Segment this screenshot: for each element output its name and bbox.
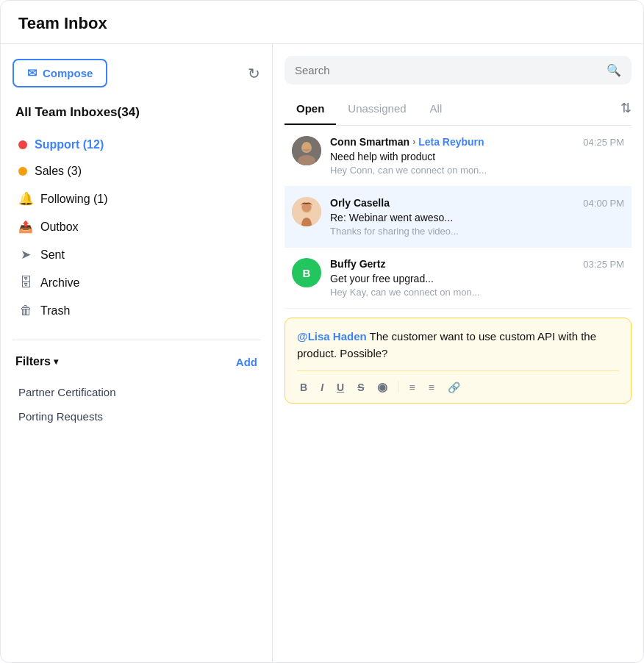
outbox-label: Outbox	[40, 221, 254, 234]
sort-button[interactable]: ⇅	[620, 100, 632, 122]
color-button[interactable]: ◉	[374, 379, 390, 395]
email-item-buffy-gertz[interactable]: B Buffy Gertz 03:25 PM Get your free upg…	[285, 248, 632, 309]
avatar-conn-smartman	[292, 136, 321, 165]
unordered-list-button[interactable]: ≡	[426, 380, 437, 395]
sort-icon: ⇅	[620, 101, 632, 115]
archive-icon: 🗄	[18, 276, 33, 290]
reply-box[interactable]: @Lisa Haden The customer want to use cus…	[285, 318, 632, 404]
email-item-orly-casella[interactable]: Orly Casella 04:00 PM Re: Webinar went a…	[285, 187, 632, 248]
email-subject-buffy: Get your free upgrad...	[330, 273, 624, 284]
email-body-conn: Conn Smartman › Leta Reyburn 04:25 PM Ne…	[330, 136, 624, 176]
avatar-orly-casella	[292, 197, 321, 226]
following-icon: 🔔	[18, 191, 33, 207]
inbox-list: Support (12) Sales (3) 🔔 Following (1) 📤…	[12, 132, 260, 325]
reply-text: @Lisa Haden The customer want to use cus…	[297, 329, 619, 362]
sidebar-item-outbox[interactable]: 📤 Outbox	[12, 213, 260, 240]
tabs: Open Unassigned All ⇅	[285, 96, 632, 126]
link-button[interactable]: 🔗	[445, 380, 463, 395]
support-dot	[18, 140, 27, 149]
refresh-icon: ↻	[248, 65, 260, 82]
sales-label: Sales (3)	[35, 165, 254, 178]
compose-label: Compose	[43, 67, 93, 79]
email-subject-orly: Re: Webinar went aweso...	[330, 212, 624, 223]
sidebar-item-trash[interactable]: 🗑 Trash	[12, 297, 260, 325]
toolbar-separator	[398, 381, 398, 393]
sidebar-item-sales[interactable]: Sales (3)	[12, 158, 260, 184]
email-subject-conn: Need help with product	[330, 151, 624, 162]
main-layout: ✉ Compose ↻ All Team Inboxes(34) Support…	[1, 44, 643, 662]
email-preview-conn: Hey Conn, can we connect on mon...	[330, 165, 624, 176]
refresh-button[interactable]: ↻	[248, 65, 260, 82]
compose-icon: ✉	[27, 66, 37, 80]
email-sender-orly: Orly Casella	[330, 197, 390, 209]
email-header-row-orly: Orly Casella 04:00 PM	[330, 197, 624, 209]
assign-arrow-icon: ›	[412, 137, 415, 147]
sent-icon: ➤	[18, 247, 33, 262]
sales-dot	[18, 167, 27, 176]
all-inboxes-label: All Team Inboxes(34)	[12, 105, 260, 120]
email-sender-conn: Conn Smartman › Leta Reyburn	[330, 136, 484, 148]
sidebar-item-following[interactable]: 🔔 Following (1)	[12, 184, 260, 213]
filters-title[interactable]: Filters ▾	[15, 355, 58, 368]
email-header-row-buffy: Buffy Gertz 03:25 PM	[330, 258, 624, 270]
sidebar-divider	[12, 340, 260, 340]
outbox-icon: 📤	[18, 220, 33, 234]
email-header-row-conn: Conn Smartman › Leta Reyburn 04:25 PM	[330, 136, 624, 148]
search-input[interactable]	[295, 64, 601, 76]
support-label: Support (12)	[35, 138, 254, 151]
filters-header: Filters ▾ Add	[12, 349, 260, 374]
avatar-buffy-gertz: B	[292, 258, 321, 287]
ordered-list-button[interactable]: ≡	[406, 380, 418, 395]
assigned-to-conn: Leta Reyburn	[418, 136, 484, 148]
reply-toolbar: B I U S ◉ ≡ ≡ 🔗	[297, 370, 619, 395]
email-preview-buffy: Hey Kay, can we connect on mon...	[330, 287, 624, 298]
email-preview-orly: Thanks for sharing the video...	[330, 226, 624, 237]
email-time-orly: 04:00 PM	[583, 198, 624, 209]
compose-button[interactable]: ✉ Compose	[12, 59, 107, 87]
email-time-buffy: 03:25 PM	[583, 259, 624, 270]
email-body-buffy: Buffy Gertz 03:25 PM Get your free upgra…	[330, 258, 624, 298]
chevron-down-icon: ▾	[54, 356, 58, 367]
search-icon: 🔍	[607, 63, 621, 77]
archive-label: Archive	[40, 276, 254, 290]
email-list: Conn Smartman › Leta Reyburn 04:25 PM Ne…	[285, 126, 632, 662]
reply-mention: @Lisa Haden	[297, 330, 367, 343]
sidebar-item-archive[interactable]: 🗄 Archive	[12, 269, 260, 297]
email-body-orly: Orly Casella 04:00 PM Re: Webinar went a…	[330, 197, 624, 237]
search-bar: 🔍	[285, 56, 632, 85]
sidebar: ✉ Compose ↻ All Team Inboxes(34) Support…	[1, 44, 273, 662]
email-item-conn-smartman[interactable]: Conn Smartman › Leta Reyburn 04:25 PM Ne…	[285, 126, 632, 187]
sidebar-item-sent[interactable]: ➤ Sent	[12, 240, 260, 269]
sent-label: Sent	[40, 248, 254, 262]
email-sender-buffy: Buffy Gertz	[330, 258, 385, 270]
filter-item-porting-requests[interactable]: Porting Requests	[12, 404, 260, 429]
email-time-conn: 04:25 PM	[583, 137, 624, 148]
trash-label: Trash	[40, 304, 254, 318]
tab-open[interactable]: Open	[285, 96, 336, 125]
sidebar-item-support[interactable]: Support (12)	[12, 132, 260, 158]
main-content: 🔍 Open Unassigned All ⇅	[273, 44, 643, 662]
filter-item-partner-certification[interactable]: Partner Certification	[12, 380, 260, 404]
trash-icon: 🗑	[18, 304, 33, 318]
strikethrough-button[interactable]: S	[354, 380, 367, 395]
tab-all[interactable]: All	[418, 96, 454, 125]
filter-items-list: Partner Certification Porting Requests	[12, 380, 260, 429]
filters-add-button[interactable]: Add	[236, 356, 257, 368]
italic-button[interactable]: I	[318, 380, 326, 395]
underline-button[interactable]: U	[334, 380, 347, 395]
tab-unassigned[interactable]: Unassigned	[336, 96, 418, 125]
sidebar-top: ✉ Compose ↻	[12, 59, 260, 87]
bold-button[interactable]: B	[297, 380, 310, 395]
app-title: Team Inbox	[1, 1, 643, 44]
following-label: Following (1)	[40, 193, 254, 206]
